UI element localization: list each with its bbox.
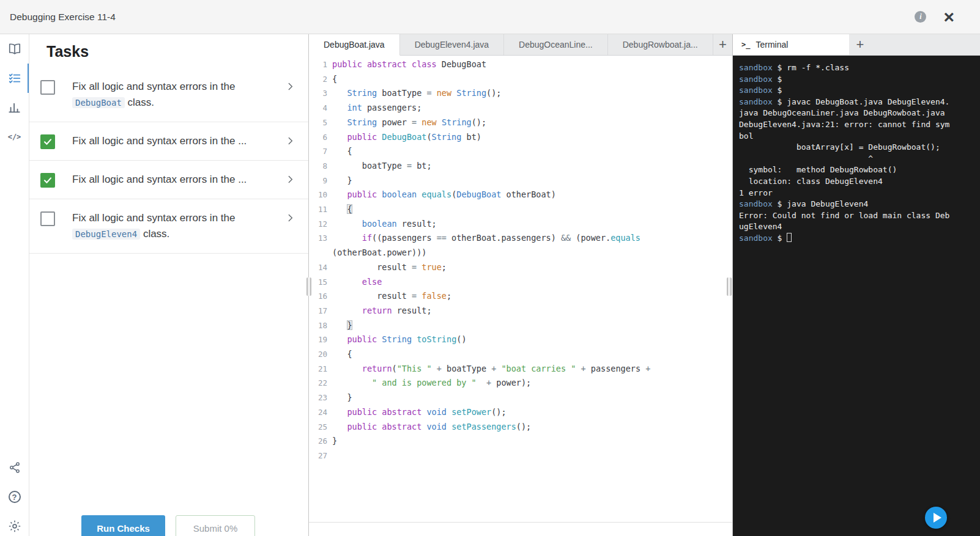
info-icon[interactable]: i	[915, 11, 926, 23]
tab-label: DebugRowboat.ja...	[623, 40, 698, 50]
task-text: Fix all logic and syntax errors in the D…	[72, 210, 274, 242]
code-line: 12 boolean result;	[309, 217, 732, 232]
code-editor[interactable]: 1public abstract class DebugBoat2{3 Stri…	[309, 56, 732, 463]
terminal-tabbar: >_ Terminal +	[733, 34, 980, 56]
chevron-right-icon[interactable]	[286, 213, 295, 225]
code-line: 9 }	[309, 174, 732, 188]
code-line: 19 public String toString()	[309, 332, 732, 347]
add-file-tab-button[interactable]: +	[713, 34, 732, 55]
line-number: 20	[309, 347, 327, 362]
chevron-right-icon[interactable]	[286, 175, 295, 186]
task-item[interactable]: Fix all logic and syntax errors in the .…	[29, 161, 308, 199]
panel-splitter-right[interactable]	[727, 277, 732, 296]
code-line: 25 public abstract void setPassengers();	[309, 420, 732, 435]
terminal-line: ^	[739, 153, 974, 165]
top-bar: Debugging Exercise 11-4 i ×	[0, 0, 980, 34]
sidebar-item-tasks[interactable]	[0, 64, 29, 93]
task-checkbox[interactable]	[40, 80, 55, 95]
task-list: Fix all logic and syntax errors in the D…	[29, 68, 308, 254]
tasks-title: Tasks	[46, 43, 308, 61]
terminal-tab[interactable]: >_ Terminal	[733, 34, 849, 55]
close-icon[interactable]: ×	[943, 10, 954, 24]
sidebar-item-progress[interactable]	[0, 93, 29, 122]
terminal-line: sandbox $	[739, 233, 974, 244]
line-number: 13	[309, 231, 327, 246]
add-terminal-tab-button[interactable]: +	[849, 34, 871, 55]
line-number: 18	[309, 318, 327, 333]
panel-splitter-left[interactable]	[306, 277, 311, 296]
editor-tab-debugoceanline[interactable]: DebugOceanLine...	[504, 34, 608, 55]
editor-tabs: DebugBoat.javaDebugEleven4.javaDebugOcea…	[309, 34, 713, 55]
code-icon: </>	[8, 133, 21, 141]
help-icon: ?	[9, 491, 21, 503]
play-icon	[934, 513, 941, 523]
terminal-line: DebugEleven4.java:21: error: cannot find…	[739, 119, 974, 131]
line-number	[309, 246, 327, 260]
task-checkbox[interactable]	[40, 134, 55, 149]
task-item[interactable]: Fix all logic and syntax errors in the D…	[29, 199, 308, 254]
code-line: 26}	[309, 434, 732, 449]
terminal-line: boatArray[x] = DebugRowboat();	[739, 142, 974, 153]
task-actions: Run Checks Submit 0%	[81, 515, 255, 536]
class-name-chip: DebugBoat	[72, 97, 125, 108]
task-checkbox[interactable]	[40, 173, 55, 188]
task-text: Fix all logic and syntax errors in the .…	[72, 172, 247, 188]
terminal-line: 1 error	[739, 188, 974, 199]
chevron-right-icon[interactable]	[286, 136, 295, 148]
terminal-line: sandbox $ javac DebugBoat.java DebugElev…	[739, 97, 974, 108]
code-line: 10 public boolean equals(DebugBoat other…	[309, 188, 732, 202]
line-number: 11	[309, 202, 327, 217]
sidebar-item-settings[interactable]	[0, 512, 29, 536]
line-number: 6	[309, 130, 327, 145]
task-item[interactable]: Fix all logic and syntax errors in the D…	[29, 68, 308, 122]
code-line: 5 String power = new String();	[309, 116, 732, 130]
editor-tab-debugboat-java[interactable]: DebugBoat.java	[309, 34, 400, 56]
run-checks-button[interactable]: Run Checks	[81, 515, 165, 536]
sidebar-item-guide[interactable]	[0, 34, 29, 64]
code-line: 23 }	[309, 391, 732, 405]
terminal-line: Error: Could not find or load main class…	[739, 210, 974, 222]
terminal-line: bol	[739, 131, 974, 142]
task-item[interactable]: Fix all logic and syntax errors in the .…	[29, 122, 308, 161]
line-number: 23	[309, 391, 327, 405]
terminal-line: java DebugOceanLiner.java DebugRowboat.j…	[739, 108, 974, 119]
code-line: 16 result = false;	[309, 289, 732, 304]
rail-bottom-group: ?	[0, 453, 29, 536]
code-line: 15 else	[309, 275, 732, 290]
line-number: 12	[309, 217, 327, 232]
gear-icon	[8, 519, 21, 533]
tab-label: DebugEleven4.java	[415, 40, 489, 50]
code-line: 7 {	[309, 144, 732, 159]
terminal-line: symbol: method DebugRowboat()	[739, 164, 974, 176]
tab-label: DebugOceanLine...	[519, 40, 593, 50]
terminal-line: sandbox $ rm -f *.class	[739, 62, 974, 74]
sidebar-item-code[interactable]: </>	[0, 122, 29, 152]
checklist-icon	[8, 72, 21, 85]
task-checkbox[interactable]	[40, 211, 55, 226]
editor-tab-debugrowboat-ja[interactable]: DebugRowboat.ja...	[608, 34, 713, 55]
window-title: Debugging Exercise 11-4	[10, 12, 915, 23]
code-line: 13 if((passengers == otherBoat.passenger…	[309, 231, 732, 246]
editor-scrollbar-track[interactable]	[309, 522, 732, 523]
terminal-panel: >_ Terminal + sandbox $ rm -f *.classsan…	[732, 34, 980, 536]
terminal-tab-label: Terminal	[755, 40, 788, 50]
code-line: 22 " and is powered by " + power);	[309, 376, 732, 391]
code-line: (otherBoat.power)))	[309, 246, 732, 260]
terminal-output[interactable]: sandbox $ rm -f *.classsandbox $sandbox …	[733, 56, 980, 251]
line-number: 7	[309, 144, 327, 159]
chevron-right-icon[interactable]	[286, 82, 295, 94]
code-line: 6 public DebugBoat(String bt)	[309, 130, 732, 145]
left-rail: </> ?	[0, 34, 29, 536]
submit-button[interactable]: Submit 0%	[176, 515, 255, 536]
editor-tab-debugeleven4-java[interactable]: DebugEleven4.java	[400, 34, 504, 55]
line-number: 22	[309, 376, 327, 391]
line-number: 25	[309, 420, 327, 435]
sidebar-item-share[interactable]	[0, 453, 29, 482]
terminal-line: location: class DebugEleven4	[739, 176, 974, 188]
code-line: 14 result = true;	[309, 260, 732, 275]
tab-label: DebugBoat.java	[324, 40, 385, 50]
sidebar-item-help[interactable]: ?	[0, 482, 29, 512]
code-line: 18 }	[309, 318, 732, 333]
run-button[interactable]	[925, 507, 947, 529]
line-number: 10	[309, 188, 327, 202]
